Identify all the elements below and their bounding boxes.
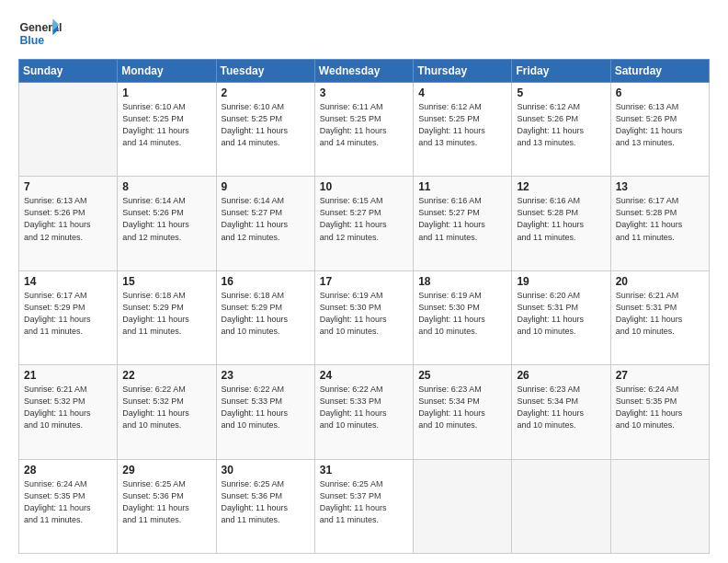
calendar-cell: 22Sunrise: 6:22 AMSunset: 5:32 PMDayligh… <box>118 365 216 459</box>
day-number: 6 <box>616 86 704 99</box>
day-info: Sunrise: 6:16 AMSunset: 5:28 PMDaylight:… <box>517 195 605 243</box>
day-number: 9 <box>222 180 310 193</box>
day-number: 7 <box>24 180 112 193</box>
header: General Blue <box>18 17 710 50</box>
logo: General Blue <box>18 17 64 50</box>
day-info: Sunrise: 6:11 AMSunset: 5:25 PMDaylight:… <box>320 101 408 149</box>
day-number: 26 <box>517 369 605 382</box>
day-number: 8 <box>122 180 210 193</box>
calendar-cell: 24Sunrise: 6:22 AMSunset: 5:33 PMDayligh… <box>314 365 413 459</box>
calendar-cell <box>512 459 610 553</box>
day-info: Sunrise: 6:12 AMSunset: 5:25 PMDaylight:… <box>418 101 506 149</box>
calendar-cell: 15Sunrise: 6:18 AMSunset: 5:29 PMDayligh… <box>118 270 216 364</box>
weekday-header-thursday: Thursday <box>414 60 512 83</box>
calendar-cell: 17Sunrise: 6:19 AMSunset: 5:30 PMDayligh… <box>314 270 413 364</box>
day-number: 21 <box>24 369 112 382</box>
weekday-header-monday: Monday <box>118 60 216 83</box>
weekday-header-sunday: Sunday <box>19 60 118 83</box>
calendar-cell: 25Sunrise: 6:23 AMSunset: 5:34 PMDayligh… <box>414 365 512 459</box>
day-info: Sunrise: 6:22 AMSunset: 5:32 PMDaylight:… <box>122 384 210 431</box>
calendar-week-3: 14Sunrise: 6:17 AMSunset: 5:29 PMDayligh… <box>19 270 710 364</box>
day-number: 23 <box>222 369 310 382</box>
day-info: Sunrise: 6:24 AMSunset: 5:35 PMDaylight:… <box>616 384 704 431</box>
day-info: Sunrise: 6:18 AMSunset: 5:29 PMDaylight:… <box>122 290 210 338</box>
day-number: 10 <box>320 180 408 193</box>
day-number: 12 <box>517 180 605 193</box>
day-info: Sunrise: 6:19 AMSunset: 5:30 PMDaylight:… <box>418 290 506 338</box>
day-info: Sunrise: 6:23 AMSunset: 5:34 PMDaylight:… <box>418 384 506 431</box>
weekday-header-saturday: Saturday <box>610 60 709 83</box>
calendar-cell: 29Sunrise: 6:25 AMSunset: 5:36 PMDayligh… <box>118 459 216 553</box>
day-number: 15 <box>122 275 210 288</box>
day-number: 4 <box>418 86 506 99</box>
calendar-week-2: 7Sunrise: 6:13 AMSunset: 5:26 PMDaylight… <box>19 177 710 270</box>
day-number: 20 <box>616 275 704 288</box>
calendar-cell <box>414 459 512 553</box>
day-number: 1 <box>122 86 210 99</box>
calendar-cell: 9Sunrise: 6:14 AMSunset: 5:27 PMDaylight… <box>216 177 314 270</box>
calendar-cell: 1Sunrise: 6:10 AMSunset: 5:25 PMDaylight… <box>118 83 216 177</box>
day-info: Sunrise: 6:19 AMSunset: 5:30 PMDaylight:… <box>320 290 408 338</box>
logo-icon: General Blue <box>18 17 64 50</box>
day-number: 18 <box>418 275 506 288</box>
svg-text:Blue: Blue <box>19 34 44 47</box>
day-info: Sunrise: 6:25 AMSunset: 5:36 PMDaylight:… <box>222 478 310 526</box>
calendar-cell: 13Sunrise: 6:17 AMSunset: 5:28 PMDayligh… <box>610 177 709 270</box>
page: General Blue SundayMondayTuesdayWednesda… <box>0 0 728 563</box>
day-number: 28 <box>24 464 112 477</box>
weekday-header-row: SundayMondayTuesdayWednesdayThursdayFrid… <box>19 60 710 83</box>
day-info: Sunrise: 6:23 AMSunset: 5:34 PMDaylight:… <box>517 384 605 431</box>
day-info: Sunrise: 6:16 AMSunset: 5:27 PMDaylight:… <box>418 195 506 243</box>
day-number: 19 <box>517 275 605 288</box>
day-info: Sunrise: 6:25 AMSunset: 5:37 PMDaylight:… <box>320 478 408 526</box>
calendar-cell: 20Sunrise: 6:21 AMSunset: 5:31 PMDayligh… <box>610 270 709 364</box>
day-info: Sunrise: 6:22 AMSunset: 5:33 PMDaylight:… <box>222 384 310 431</box>
calendar-cell: 23Sunrise: 6:22 AMSunset: 5:33 PMDayligh… <box>216 365 314 459</box>
day-info: Sunrise: 6:17 AMSunset: 5:29 PMDaylight:… <box>24 290 112 338</box>
day-info: Sunrise: 6:21 AMSunset: 5:31 PMDaylight:… <box>616 290 704 338</box>
calendar-cell: 5Sunrise: 6:12 AMSunset: 5:26 PMDaylight… <box>512 83 610 177</box>
day-info: Sunrise: 6:18 AMSunset: 5:29 PMDaylight:… <box>222 290 310 338</box>
day-number: 5 <box>517 86 605 99</box>
day-info: Sunrise: 6:21 AMSunset: 5:32 PMDaylight:… <box>24 384 112 431</box>
day-number: 3 <box>320 86 408 99</box>
day-info: Sunrise: 6:22 AMSunset: 5:33 PMDaylight:… <box>320 384 408 431</box>
day-number: 16 <box>222 275 310 288</box>
day-info: Sunrise: 6:24 AMSunset: 5:35 PMDaylight:… <box>24 478 112 526</box>
calendar-cell: 30Sunrise: 6:25 AMSunset: 5:36 PMDayligh… <box>216 459 314 553</box>
day-number: 13 <box>616 180 704 193</box>
calendar-cell: 4Sunrise: 6:12 AMSunset: 5:25 PMDaylight… <box>414 83 512 177</box>
day-info: Sunrise: 6:20 AMSunset: 5:31 PMDaylight:… <box>517 290 605 338</box>
calendar-cell: 18Sunrise: 6:19 AMSunset: 5:30 PMDayligh… <box>414 270 512 364</box>
calendar-cell: 31Sunrise: 6:25 AMSunset: 5:37 PMDayligh… <box>314 459 413 553</box>
day-number: 31 <box>320 464 408 477</box>
day-number: 25 <box>418 369 506 382</box>
calendar-cell: 16Sunrise: 6:18 AMSunset: 5:29 PMDayligh… <box>216 270 314 364</box>
day-info: Sunrise: 6:15 AMSunset: 5:27 PMDaylight:… <box>320 195 408 243</box>
calendar-cell: 14Sunrise: 6:17 AMSunset: 5:29 PMDayligh… <box>19 270 118 364</box>
day-number: 2 <box>222 86 310 99</box>
day-info: Sunrise: 6:17 AMSunset: 5:28 PMDaylight:… <box>616 195 704 243</box>
calendar-cell: 8Sunrise: 6:14 AMSunset: 5:26 PMDaylight… <box>118 177 216 270</box>
day-info: Sunrise: 6:14 AMSunset: 5:26 PMDaylight:… <box>122 195 210 243</box>
day-number: 17 <box>320 275 408 288</box>
weekday-header-tuesday: Tuesday <box>216 60 314 83</box>
calendar-cell: 10Sunrise: 6:15 AMSunset: 5:27 PMDayligh… <box>314 177 413 270</box>
calendar-week-4: 21Sunrise: 6:21 AMSunset: 5:32 PMDayligh… <box>19 365 710 459</box>
day-info: Sunrise: 6:25 AMSunset: 5:36 PMDaylight:… <box>122 478 210 526</box>
day-info: Sunrise: 6:13 AMSunset: 5:26 PMDaylight:… <box>24 195 112 243</box>
weekday-header-wednesday: Wednesday <box>314 60 413 83</box>
calendar-cell: 6Sunrise: 6:13 AMSunset: 5:26 PMDaylight… <box>610 83 709 177</box>
day-info: Sunrise: 6:14 AMSunset: 5:27 PMDaylight:… <box>222 195 310 243</box>
calendar-cell <box>610 459 709 553</box>
calendar-cell: 7Sunrise: 6:13 AMSunset: 5:26 PMDaylight… <box>19 177 118 270</box>
day-number: 14 <box>24 275 112 288</box>
day-number: 22 <box>122 369 210 382</box>
calendar-cell: 26Sunrise: 6:23 AMSunset: 5:34 PMDayligh… <box>512 365 610 459</box>
calendar-cell: 27Sunrise: 6:24 AMSunset: 5:35 PMDayligh… <box>610 365 709 459</box>
calendar-cell: 21Sunrise: 6:21 AMSunset: 5:32 PMDayligh… <box>19 365 118 459</box>
calendar-cell: 2Sunrise: 6:10 AMSunset: 5:25 PMDaylight… <box>216 83 314 177</box>
calendar-table: SundayMondayTuesdayWednesdayThursdayFrid… <box>18 59 710 554</box>
calendar-cell: 12Sunrise: 6:16 AMSunset: 5:28 PMDayligh… <box>512 177 610 270</box>
calendar-cell: 3Sunrise: 6:11 AMSunset: 5:25 PMDaylight… <box>314 83 413 177</box>
